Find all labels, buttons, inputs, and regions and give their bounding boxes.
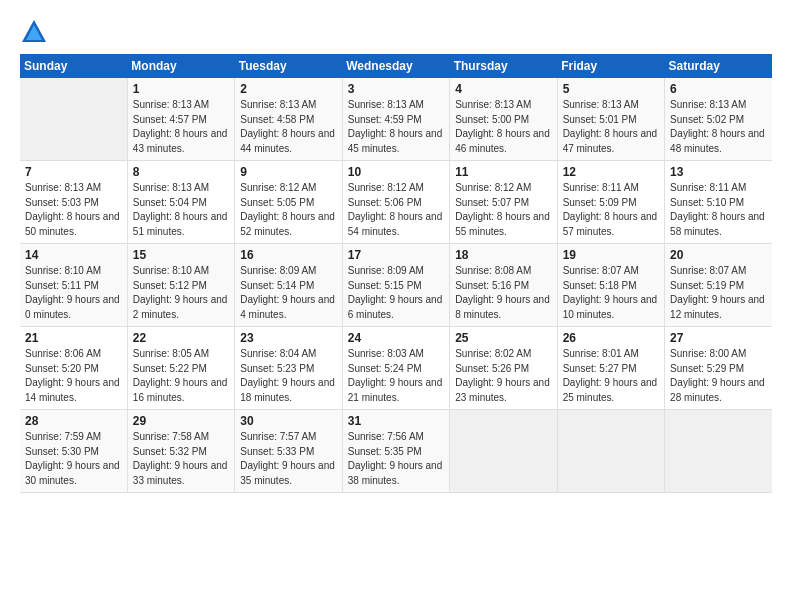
day-cell: 6Sunrise: 8:13 AMSunset: 5:02 PMDaylight… (665, 78, 772, 161)
day-number: 15 (133, 248, 229, 262)
day-cell: 7Sunrise: 8:13 AMSunset: 5:03 PMDaylight… (20, 161, 127, 244)
day-info: Sunrise: 8:13 AMSunset: 5:04 PMDaylight:… (133, 181, 229, 239)
day-number: 30 (240, 414, 336, 428)
day-cell: 22Sunrise: 8:05 AMSunset: 5:22 PMDayligh… (127, 327, 234, 410)
day-cell: 16Sunrise: 8:09 AMSunset: 5:14 PMDayligh… (235, 244, 342, 327)
day-info: Sunrise: 7:59 AMSunset: 5:30 PMDaylight:… (25, 430, 122, 488)
day-cell (450, 410, 557, 493)
day-number: 5 (563, 82, 659, 96)
day-number: 26 (563, 331, 659, 345)
day-info: Sunrise: 8:01 AMSunset: 5:27 PMDaylight:… (563, 347, 659, 405)
day-number: 28 (25, 414, 122, 428)
day-cell: 1Sunrise: 8:13 AMSunset: 4:57 PMDaylight… (127, 78, 234, 161)
header (20, 18, 772, 46)
day-header-saturday: Saturday (665, 54, 772, 78)
day-cell: 15Sunrise: 8:10 AMSunset: 5:12 PMDayligh… (127, 244, 234, 327)
day-number: 22 (133, 331, 229, 345)
day-cell: 24Sunrise: 8:03 AMSunset: 5:24 PMDayligh… (342, 327, 449, 410)
day-cell: 11Sunrise: 8:12 AMSunset: 5:07 PMDayligh… (450, 161, 557, 244)
day-number: 21 (25, 331, 122, 345)
day-info: Sunrise: 8:13 AMSunset: 5:01 PMDaylight:… (563, 98, 659, 156)
day-info: Sunrise: 8:08 AMSunset: 5:16 PMDaylight:… (455, 264, 551, 322)
logo-icon (20, 18, 48, 46)
day-cell: 31Sunrise: 7:56 AMSunset: 5:35 PMDayligh… (342, 410, 449, 493)
day-number: 8 (133, 165, 229, 179)
day-info: Sunrise: 8:06 AMSunset: 5:20 PMDaylight:… (25, 347, 122, 405)
day-number: 17 (348, 248, 444, 262)
day-number: 4 (455, 82, 551, 96)
day-info: Sunrise: 8:13 AMSunset: 5:03 PMDaylight:… (25, 181, 122, 239)
day-info: Sunrise: 8:07 AMSunset: 5:18 PMDaylight:… (563, 264, 659, 322)
day-number: 27 (670, 331, 767, 345)
day-number: 20 (670, 248, 767, 262)
calendar-table: SundayMondayTuesdayWednesdayThursdayFrid… (20, 54, 772, 493)
day-info: Sunrise: 8:13 AMSunset: 4:59 PMDaylight:… (348, 98, 444, 156)
day-cell: 8Sunrise: 8:13 AMSunset: 5:04 PMDaylight… (127, 161, 234, 244)
day-info: Sunrise: 8:02 AMSunset: 5:26 PMDaylight:… (455, 347, 551, 405)
day-info: Sunrise: 8:05 AMSunset: 5:22 PMDaylight:… (133, 347, 229, 405)
day-number: 29 (133, 414, 229, 428)
day-cell: 12Sunrise: 8:11 AMSunset: 5:09 PMDayligh… (557, 161, 664, 244)
day-cell: 2Sunrise: 8:13 AMSunset: 4:58 PMDaylight… (235, 78, 342, 161)
day-number: 23 (240, 331, 336, 345)
day-number: 25 (455, 331, 551, 345)
day-number: 16 (240, 248, 336, 262)
day-cell: 20Sunrise: 8:07 AMSunset: 5:19 PMDayligh… (665, 244, 772, 327)
day-cell: 3Sunrise: 8:13 AMSunset: 4:59 PMDaylight… (342, 78, 449, 161)
day-number: 10 (348, 165, 444, 179)
day-number: 19 (563, 248, 659, 262)
day-cell: 23Sunrise: 8:04 AMSunset: 5:23 PMDayligh… (235, 327, 342, 410)
day-cell: 25Sunrise: 8:02 AMSunset: 5:26 PMDayligh… (450, 327, 557, 410)
header-row: SundayMondayTuesdayWednesdayThursdayFrid… (20, 54, 772, 78)
day-info: Sunrise: 8:09 AMSunset: 5:14 PMDaylight:… (240, 264, 336, 322)
day-number: 14 (25, 248, 122, 262)
day-info: Sunrise: 8:00 AMSunset: 5:29 PMDaylight:… (670, 347, 767, 405)
day-info: Sunrise: 7:57 AMSunset: 5:33 PMDaylight:… (240, 430, 336, 488)
day-cell: 18Sunrise: 8:08 AMSunset: 5:16 PMDayligh… (450, 244, 557, 327)
day-number: 12 (563, 165, 659, 179)
day-cell: 27Sunrise: 8:00 AMSunset: 5:29 PMDayligh… (665, 327, 772, 410)
day-number: 1 (133, 82, 229, 96)
day-number: 7 (25, 165, 122, 179)
day-info: Sunrise: 8:13 AMSunset: 5:00 PMDaylight:… (455, 98, 551, 156)
day-info: Sunrise: 8:13 AMSunset: 4:58 PMDaylight:… (240, 98, 336, 156)
day-cell: 26Sunrise: 8:01 AMSunset: 5:27 PMDayligh… (557, 327, 664, 410)
day-number: 6 (670, 82, 767, 96)
day-header-sunday: Sunday (20, 54, 127, 78)
day-cell: 17Sunrise: 8:09 AMSunset: 5:15 PMDayligh… (342, 244, 449, 327)
day-number: 31 (348, 414, 444, 428)
day-cell: 28Sunrise: 7:59 AMSunset: 5:30 PMDayligh… (20, 410, 127, 493)
day-header-monday: Monday (127, 54, 234, 78)
week-row-4: 21Sunrise: 8:06 AMSunset: 5:20 PMDayligh… (20, 327, 772, 410)
day-info: Sunrise: 8:13 AMSunset: 4:57 PMDaylight:… (133, 98, 229, 156)
day-number: 13 (670, 165, 767, 179)
day-cell (20, 78, 127, 161)
day-info: Sunrise: 8:12 AMSunset: 5:07 PMDaylight:… (455, 181, 551, 239)
week-row-2: 7Sunrise: 8:13 AMSunset: 5:03 PMDaylight… (20, 161, 772, 244)
day-number: 24 (348, 331, 444, 345)
day-cell: 9Sunrise: 8:12 AMSunset: 5:05 PMDaylight… (235, 161, 342, 244)
day-header-wednesday: Wednesday (342, 54, 449, 78)
day-cell: 5Sunrise: 8:13 AMSunset: 5:01 PMDaylight… (557, 78, 664, 161)
day-number: 2 (240, 82, 336, 96)
day-number: 18 (455, 248, 551, 262)
week-row-1: 1Sunrise: 8:13 AMSunset: 4:57 PMDaylight… (20, 78, 772, 161)
day-info: Sunrise: 7:58 AMSunset: 5:32 PMDaylight:… (133, 430, 229, 488)
day-info: Sunrise: 8:11 AMSunset: 5:09 PMDaylight:… (563, 181, 659, 239)
day-cell: 30Sunrise: 7:57 AMSunset: 5:33 PMDayligh… (235, 410, 342, 493)
day-cell: 29Sunrise: 7:58 AMSunset: 5:32 PMDayligh… (127, 410, 234, 493)
day-info: Sunrise: 8:03 AMSunset: 5:24 PMDaylight:… (348, 347, 444, 405)
day-cell: 13Sunrise: 8:11 AMSunset: 5:10 PMDayligh… (665, 161, 772, 244)
day-cell (557, 410, 664, 493)
day-cell: 10Sunrise: 8:12 AMSunset: 5:06 PMDayligh… (342, 161, 449, 244)
day-cell: 4Sunrise: 8:13 AMSunset: 5:00 PMDaylight… (450, 78, 557, 161)
day-info: Sunrise: 8:12 AMSunset: 5:06 PMDaylight:… (348, 181, 444, 239)
day-number: 11 (455, 165, 551, 179)
day-info: Sunrise: 8:13 AMSunset: 5:02 PMDaylight:… (670, 98, 767, 156)
day-cell: 21Sunrise: 8:06 AMSunset: 5:20 PMDayligh… (20, 327, 127, 410)
day-header-friday: Friday (557, 54, 664, 78)
day-info: Sunrise: 8:09 AMSunset: 5:15 PMDaylight:… (348, 264, 444, 322)
day-info: Sunrise: 8:10 AMSunset: 5:12 PMDaylight:… (133, 264, 229, 322)
day-cell: 14Sunrise: 8:10 AMSunset: 5:11 PMDayligh… (20, 244, 127, 327)
day-cell (665, 410, 772, 493)
